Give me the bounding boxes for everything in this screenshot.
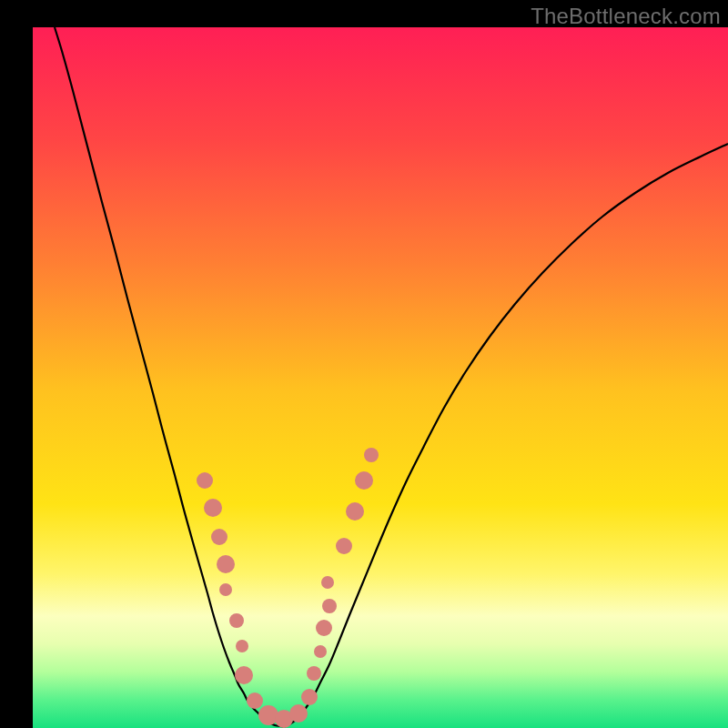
scatter-point — [316, 620, 332, 636]
scatter-point — [219, 583, 232, 596]
scatter-point — [346, 502, 364, 521]
scatter-point — [197, 472, 213, 489]
scatter-point — [236, 640, 248, 652]
scatter-point — [211, 529, 228, 545]
chart-frame: TheBottleneck.com — [0, 0, 728, 728]
scatter-point — [229, 613, 244, 628]
scatter-point — [355, 471, 373, 490]
scatter-point — [321, 576, 334, 589]
scatter-point — [217, 555, 235, 573]
scatter-point — [301, 689, 318, 705]
scatter-point — [204, 499, 222, 517]
scatter-point — [235, 666, 253, 684]
scatter-point — [247, 693, 263, 709]
scatter-point — [322, 599, 337, 613]
scatter-point — [307, 666, 321, 681]
plot-background — [33, 27, 728, 728]
scatter-point — [258, 705, 278, 725]
scatter-point — [364, 448, 379, 462]
scatter-point — [336, 538, 352, 554]
watermark-text: TheBottleneck.com — [531, 4, 721, 29]
scatter-point — [314, 645, 327, 658]
scatter-point — [289, 704, 308, 723]
bottleneck-chart — [0, 0, 728, 728]
